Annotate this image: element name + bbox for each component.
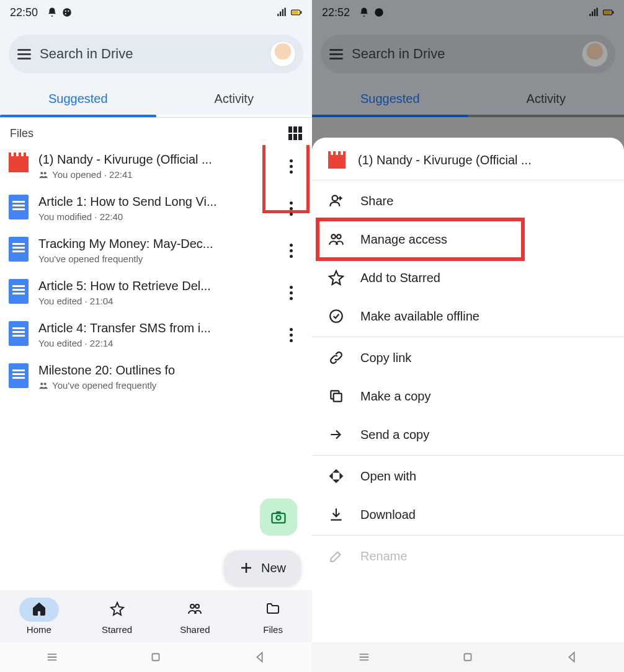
back-icon[interactable] bbox=[253, 650, 267, 664]
hamburger-icon[interactable] bbox=[17, 49, 31, 60]
home-nav-icon[interactable] bbox=[149, 650, 163, 664]
new-fab[interactable]: New bbox=[224, 550, 301, 585]
action-share[interactable]: Share bbox=[312, 182, 624, 220]
recents-icon[interactable] bbox=[45, 650, 59, 664]
person-add-icon bbox=[328, 193, 344, 209]
more-button[interactable] bbox=[279, 244, 303, 258]
screen-left: 22:50 Search in Drive Suggested Activity… bbox=[0, 0, 312, 672]
scrim-overlay[interactable] bbox=[312, 0, 624, 117]
searchbar-area: Search in Drive bbox=[0, 25, 312, 83]
edit-icon bbox=[328, 548, 344, 564]
svg-rect-25 bbox=[465, 654, 471, 661]
doc-file-icon bbox=[9, 237, 29, 262]
doc-file-icon bbox=[9, 279, 29, 304]
svg-rect-24 bbox=[334, 394, 342, 402]
open-with-icon bbox=[328, 468, 344, 484]
file-row[interactable]: Article 5: How to Retrieve Del... You ed… bbox=[0, 272, 312, 314]
file-subtitle: You've opened frequently bbox=[38, 380, 303, 391]
more-button[interactable] bbox=[279, 328, 303, 342]
new-label: New bbox=[261, 561, 286, 575]
file-subtitle: You modified · 22:40 bbox=[38, 211, 269, 222]
search-placeholder: Search in Drive bbox=[40, 46, 261, 62]
svg-point-7 bbox=[40, 172, 43, 174]
action-manage-access[interactable]: Manage access bbox=[312, 220, 624, 259]
palette-icon bbox=[61, 7, 73, 18]
camera-fab[interactable] bbox=[260, 498, 297, 536]
svg-point-3 bbox=[65, 13, 66, 14]
people-icon bbox=[187, 601, 202, 616]
svg-rect-5 bbox=[300, 11, 301, 14]
nav-home[interactable]: Home bbox=[0, 590, 78, 642]
doc-file-icon bbox=[9, 195, 29, 219]
home-icon bbox=[32, 601, 47, 616]
folder-icon bbox=[265, 601, 280, 616]
status-time: 22:50 bbox=[10, 6, 38, 19]
svg-point-10 bbox=[44, 382, 47, 385]
shared-icon bbox=[38, 381, 48, 391]
file-title: Article 4: Transfer SMS from i... bbox=[38, 321, 269, 335]
sheet-title: (1) Nandy - Kivuruge (Official ... bbox=[358, 153, 532, 167]
svg-point-14 bbox=[195, 604, 199, 608]
android-nav bbox=[0, 642, 312, 672]
view-grid-icon[interactable] bbox=[288, 126, 302, 140]
camera-icon bbox=[270, 508, 287, 526]
more-button[interactable] bbox=[279, 159, 303, 174]
action-copy-link[interactable]: Copy link bbox=[312, 338, 624, 377]
action-rename[interactable]: Rename bbox=[312, 537, 624, 575]
search-bar[interactable]: Search in Drive bbox=[9, 35, 303, 73]
svg-point-1 bbox=[65, 11, 66, 12]
file-row[interactable]: Article 4: Transfer SMS from i... You ed… bbox=[0, 314, 312, 356]
doc-file-icon bbox=[9, 321, 29, 346]
file-subtitle: You've opened frequently bbox=[38, 254, 269, 264]
more-button[interactable] bbox=[279, 286, 303, 300]
action-download[interactable]: Download bbox=[312, 495, 624, 534]
svg-rect-6 bbox=[292, 11, 298, 14]
plus-icon bbox=[239, 560, 254, 575]
nav-files[interactable]: Files bbox=[234, 590, 312, 642]
star-icon bbox=[328, 270, 344, 286]
status-bar: 22:50 bbox=[0, 0, 312, 25]
svg-point-12 bbox=[277, 516, 281, 520]
send-icon bbox=[328, 427, 344, 443]
offline-icon bbox=[328, 308, 344, 324]
files-label: Files bbox=[10, 127, 33, 140]
file-title: (1) Nandy - Kivuruge (Official ... bbox=[38, 153, 269, 167]
files-header: Files bbox=[0, 118, 312, 145]
file-title: Article 1: How to Send Long Vi... bbox=[38, 195, 269, 209]
bottom-sheet: (1) Nandy - Kivuruge (Official ... Share… bbox=[312, 138, 624, 642]
file-row[interactable]: (1) Nandy - Kivuruge (Official ... You o… bbox=[0, 145, 312, 187]
avatar[interactable] bbox=[270, 41, 296, 67]
action-send-copy[interactable]: Send a copy bbox=[312, 415, 624, 454]
recents-icon[interactable] bbox=[357, 650, 371, 664]
tabs: Suggested Activity bbox=[0, 83, 312, 115]
file-title: Milestone 20: Outlines fo bbox=[38, 363, 303, 378]
svg-rect-15 bbox=[153, 654, 159, 661]
file-subtitle: You edited · 21:04 bbox=[38, 296, 269, 306]
tab-suggested[interactable]: Suggested bbox=[0, 83, 156, 115]
more-button[interactable] bbox=[279, 201, 303, 216]
sheet-header: (1) Nandy - Kivuruge (Official ... bbox=[312, 146, 624, 179]
file-row[interactable]: Tracking My Money: May-Dec... You've ope… bbox=[0, 229, 312, 272]
action-add-starred[interactable]: Add to Starred bbox=[312, 259, 624, 297]
status-icons-right bbox=[276, 7, 302, 18]
android-nav bbox=[312, 642, 624, 672]
bell-icon bbox=[47, 7, 58, 18]
nav-shared[interactable]: Shared bbox=[156, 590, 234, 642]
file-title: Tracking My Money: May-Dec... bbox=[38, 237, 269, 251]
file-row[interactable]: Article 1: How to Send Long Vi... You mo… bbox=[0, 187, 312, 229]
tab-activity[interactable]: Activity bbox=[156, 83, 313, 115]
doc-file-icon bbox=[9, 363, 29, 388]
copy-icon bbox=[328, 388, 344, 404]
screen-right: 22:52 Search in Drive Suggested Activity bbox=[312, 0, 624, 672]
action-open-with[interactable]: Open with bbox=[312, 457, 624, 495]
action-offline[interactable]: Make available offline bbox=[312, 297, 624, 335]
nav-starred[interactable]: Starred bbox=[78, 590, 156, 642]
home-nav-icon[interactable] bbox=[461, 650, 475, 664]
svg-point-20 bbox=[332, 195, 338, 201]
file-row[interactable]: Milestone 20: Outlines fo You've opened … bbox=[0, 356, 312, 398]
back-icon[interactable] bbox=[565, 650, 579, 664]
download-icon bbox=[328, 506, 344, 523]
highlight-annotation bbox=[316, 218, 525, 261]
file-title: Article 5: How to Retrieve Del... bbox=[38, 279, 269, 293]
action-make-copy[interactable]: Make a copy bbox=[312, 377, 624, 415]
